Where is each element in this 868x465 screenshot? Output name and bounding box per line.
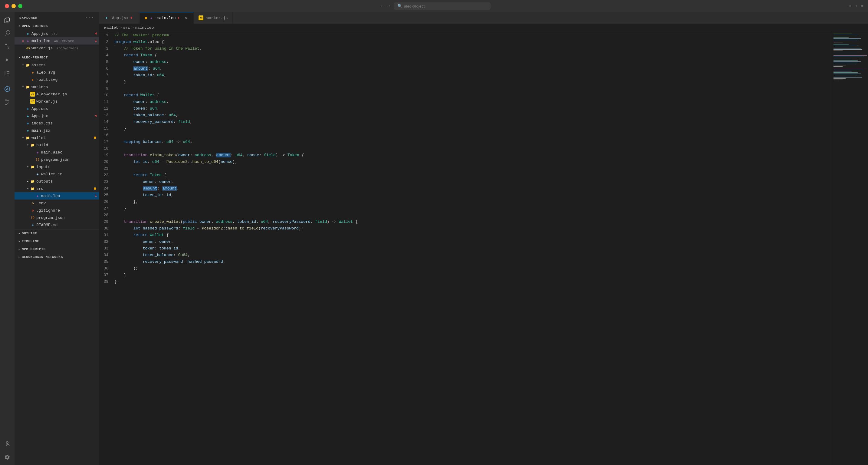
svg-rect-28 — [834, 71, 851, 71]
breadcrumb-wallet[interactable]: wallet — [104, 25, 118, 30]
forward-arrow-icon[interactable]: → — [387, 3, 390, 9]
timeline-header[interactable]: TIMELINE — [14, 237, 99, 245]
sidebar-item-index-css[interactable]: ◈ index.css — [14, 120, 99, 127]
line-content: let hashed_password: field = Poseidon2::… — [115, 225, 303, 232]
tab-app-jsx[interactable]: ◈ App.jsx 4 — [99, 12, 140, 24]
npm-label: NPM SCRIPTS — [22, 247, 46, 251]
sidebar-item-main-leo[interactable]: ◈ main.leo 1 — [14, 192, 99, 199]
source-control-icon[interactable] — [2, 41, 13, 52]
breadcrumb-file[interactable]: main.leo — [135, 25, 154, 30]
project-header[interactable]: ALEO-PROJECT — [14, 54, 99, 61]
npm-scripts-header[interactable]: NPM SCRIPTS — [14, 245, 99, 253]
outline-header[interactable]: OUTLINE — [14, 229, 99, 237]
sidebar-item-wallet[interactable]: 📁 wallet — [14, 134, 99, 142]
npm-arrow — [17, 247, 22, 252]
sidebar-item-workers[interactable]: 📁 workers — [14, 83, 99, 91]
sidebar-item-aleoworker[interactable]: JS AleoWorker.js — [14, 91, 99, 98]
sidebar-item-main-aleo[interactable]: ◈ main.aleo — [14, 149, 99, 156]
open-file-app-jsx[interactable]: ◈ App.jsx src 4 — [14, 30, 99, 37]
sidebar-more-icon[interactable]: ··· — [85, 15, 94, 20]
sidebar-item-wallet-in[interactable]: ◈ wallet.in — [14, 170, 99, 178]
line-num: 35 — [99, 258, 115, 265]
src-arrow — [25, 186, 30, 191]
line-num: 5 — [99, 59, 115, 65]
open-file-worker-js[interactable]: JS worker.js src/workers — [14, 44, 99, 52]
sidebar-item-assets[interactable]: 📁 assets — [14, 61, 99, 69]
code-line-38: 38 } — [99, 279, 832, 285]
code-line-30: 30 let hashed_password: field = Poseidon… — [99, 225, 832, 232]
breadcrumb-src[interactable]: src — [123, 25, 130, 30]
line-content: token: u64, — [115, 105, 159, 112]
sidebar-item-readme[interactable]: ◈ README.md — [14, 221, 99, 228]
search-bar[interactable]: 🔍 — [394, 2, 491, 10]
code-line-36: 36 }; — [99, 265, 832, 272]
sidebar-item-env[interactable]: ⚙ .env — [14, 199, 99, 207]
back-arrow-icon[interactable]: ← — [381, 3, 384, 9]
tab-js-icon: JS — [198, 16, 204, 20]
svg-rect-9 — [834, 42, 843, 42]
line-content: owner: owner, — [115, 239, 174, 245]
sidebar-item-app-jsx[interactable]: ◈ App.jsx 4 — [14, 112, 99, 120]
grid-icon[interactable]: ⊠ — [861, 4, 863, 8]
run-icon[interactable] — [2, 55, 13, 65]
line-content: } — [115, 125, 126, 132]
minimize-button[interactable] — [11, 4, 16, 8]
search-activity-icon[interactable] — [2, 28, 13, 39]
line-num: 30 — [99, 225, 115, 232]
explorer-icon[interactable] — [2, 14, 13, 25]
split-icon[interactable]: ⊟ — [855, 4, 857, 8]
layout-icon[interactable]: ⊞ — [849, 4, 851, 8]
code-line-35: 35 recovery_password: hashed_password, — [99, 258, 832, 265]
badge-4: 4 — [95, 114, 97, 118]
tab-close-icon[interactable]: ✕ — [184, 16, 189, 21]
accounts-icon[interactable] — [2, 438, 13, 449]
sidebar-item-inputs[interactable]: 📁 inputs — [14, 163, 99, 170]
code-editor[interactable]: 1 // The 'wallet' program. 2 program wal… — [99, 32, 832, 465]
blockchain-header[interactable]: BLOCKCHAIN NETWORKS — [14, 253, 99, 261]
svg-point-0 — [5, 87, 10, 92]
extensions-icon[interactable] — [2, 68, 13, 79]
minimap-svg — [832, 32, 868, 214]
sidebar-item-worker-js[interactable]: JS worker.js — [14, 98, 99, 105]
line-content: return Token { — [115, 172, 166, 179]
sidebar-item-main-jsx[interactable]: ◈ main.jsx — [14, 127, 99, 134]
sidebar-item-program-json[interactable]: {} program.json — [14, 214, 99, 221]
svg-rect-10 — [834, 44, 849, 45]
line-num: 13 — [99, 112, 115, 119]
sidebar-item-aleo-svg[interactable]: ◈ aleo.svg — [14, 69, 99, 76]
settings-icon[interactable] — [2, 452, 13, 463]
maximize-button[interactable] — [18, 4, 22, 8]
sidebar-item-gitignore[interactable]: ⚙ .gitignore — [14, 207, 99, 214]
open-editors-header[interactable]: OPEN EDITORS — [14, 22, 99, 30]
code-line-26: 26 }; — [99, 198, 832, 205]
sidebar-item-react-svg[interactable]: ◈ react.svg — [14, 76, 99, 83]
line-num: 27 — [99, 205, 115, 212]
sidebar-item-program-json-build[interactable]: {} program.json — [14, 156, 99, 163]
sep2: > — [131, 25, 134, 30]
line-content: owner: address, — [115, 99, 168, 105]
sidebar-item-build[interactable]: 📁 build — [14, 142, 99, 149]
sidebar-item-src[interactable]: 📁 src — [14, 185, 99, 192]
sidebar-item-outputs[interactable]: 📁 outputs — [14, 178, 99, 185]
open-file-main-leo[interactable]: ✕ ◈ main.leo wallet/src 1 — [14, 37, 99, 44]
tab-main-leo[interactable]: ◈ main.leo 1 ✕ — [140, 12, 194, 24]
git-icon[interactable] — [2, 97, 13, 108]
aleo-icon[interactable] — [2, 84, 13, 94]
svg-rect-8 — [834, 41, 856, 41]
code-line-11: 11 owner: address, — [99, 99, 832, 105]
svg-rect-25 — [834, 66, 843, 67]
tab-worker-js[interactable]: JS worker.js — [194, 12, 233, 24]
file-label: main.leo wallet/src — [31, 39, 74, 43]
leo-icon: ◈ — [35, 150, 40, 155]
line-content: token: token_id, — [115, 245, 180, 252]
close-button[interactable] — [5, 4, 9, 8]
svg-rect-19 — [834, 59, 851, 59]
line-num: 1 — [99, 32, 115, 39]
sidebar-item-app-css[interactable]: ◈ App.css — [14, 105, 99, 112]
svg-rect-3 — [834, 35, 858, 35]
search-input[interactable] — [404, 4, 487, 8]
line-num: 9 — [99, 85, 115, 92]
line-content: } — [115, 279, 117, 285]
code-line-16: 16 — [99, 132, 832, 138]
line-content: owner: owner, — [115, 179, 174, 185]
